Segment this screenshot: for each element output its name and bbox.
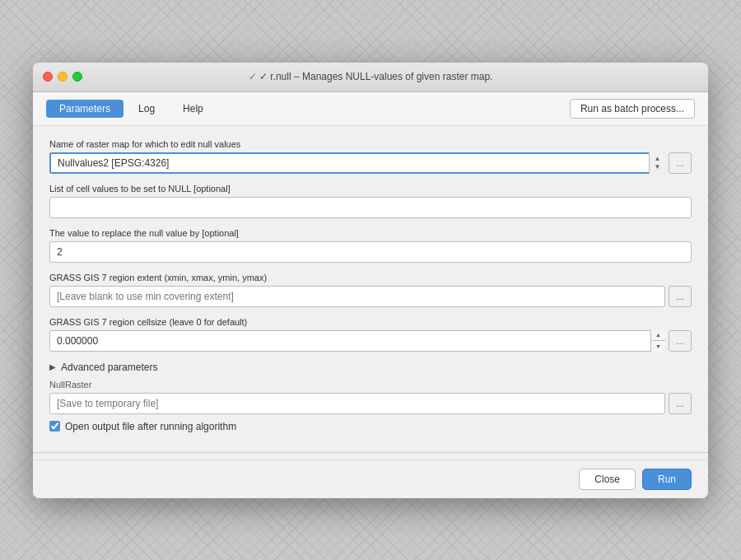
region-extent-input-row: …: [49, 286, 692, 307]
cellsize-increment-button[interactable]: ▲: [651, 330, 665, 342]
cellsize-group: GRASS GIS 7 region cellsize (leave 0 for…: [49, 317, 692, 352]
traffic-lights: [43, 72, 82, 82]
cell-values-input[interactable]: [49, 197, 692, 218]
cellsize-browse-button[interactable]: …: [669, 330, 692, 352]
main-window: ✓ ✓ r.null – Manages NULL-values of give…: [33, 63, 708, 498]
cell-values-label: List of cell values to be set to NULL [o…: [49, 184, 692, 194]
tab-group: Parameters Log Help: [46, 100, 217, 118]
output-section: NullRaster …: [49, 380, 692, 414]
minimize-window-button[interactable]: [58, 72, 68, 82]
output-browse-button[interactable]: …: [669, 393, 692, 414]
cellsize-label: GRASS GIS 7 region cellsize (leave 0 for…: [49, 317, 692, 327]
cell-values-group: List of cell values to be set to NULL [o…: [49, 184, 692, 218]
replace-value-label: The value to replace the null value by […: [49, 228, 692, 238]
advanced-label: Advanced parameters: [61, 362, 157, 373]
cell-values-input-row: [49, 197, 692, 218]
output-input-row: …: [49, 393, 692, 414]
title-icon: ✓: [249, 71, 257, 82]
title-label: ✓ r.null – Manages NULL-values of given …: [259, 71, 492, 82]
output-input[interactable]: [49, 393, 665, 414]
toolbar: Parameters Log Help Run as batch process…: [33, 92, 708, 126]
cellsize-spinner-buttons: ▲ ▼: [650, 330, 665, 352]
close-button[interactable]: Close: [579, 469, 636, 490]
window-title: ✓ ✓ r.null – Manages NULL-values of give…: [249, 71, 493, 82]
tab-log[interactable]: Log: [125, 100, 168, 118]
open-output-label: Open output file after running algorithm: [65, 421, 236, 432]
region-extent-label: GRASS GIS 7 region extent (xmin, xmax, y…: [49, 273, 692, 282]
run-button[interactable]: Run: [642, 469, 692, 490]
raster-map-group: Name of raster map for which to edit nul…: [49, 139, 692, 174]
raster-map-input-row: Nullvalues2 [EPSG:4326] ▲ ▼ …: [49, 152, 692, 174]
raster-browse-button[interactable]: …: [669, 152, 692, 174]
advanced-parameters-row[interactable]: ▶ Advanced parameters: [49, 362, 692, 373]
tab-parameters[interactable]: Parameters: [46, 100, 124, 118]
cellsize-decrement-button[interactable]: ▼: [651, 341, 665, 352]
open-output-row: Open output file after running algorithm: [49, 421, 692, 432]
raster-select-wrapper: Nullvalues2 [EPSG:4326] ▲ ▼: [49, 152, 665, 174]
region-browse-button[interactable]: …: [669, 286, 692, 307]
replace-value-input[interactable]: [49, 241, 692, 263]
maximize-window-button[interactable]: [72, 72, 82, 82]
form-content: Name of raster map for which to edit nul…: [33, 126, 708, 446]
replace-value-group: The value to replace the null value by […: [49, 228, 692, 263]
title-bar: ✓ ✓ r.null – Manages NULL-values of give…: [33, 63, 708, 92]
output-label: NullRaster: [49, 380, 692, 390]
tab-help[interactable]: Help: [170, 100, 217, 118]
raster-map-label: Name of raster map for which to edit nul…: [49, 139, 692, 149]
cellsize-spinner-wrapper: ▲ ▼: [49, 330, 665, 352]
footer: Close Run: [33, 460, 708, 498]
select-arrows: ▲ ▼: [649, 152, 665, 174]
open-output-checkbox[interactable]: [49, 421, 60, 432]
raster-map-select[interactable]: Nullvalues2 [EPSG:4326]: [49, 152, 665, 174]
triangle-icon: ▶: [49, 362, 56, 371]
footer-separator: [33, 452, 708, 453]
cellsize-input-row: ▲ ▼ …: [49, 330, 692, 352]
region-extent-input[interactable]: [49, 286, 665, 307]
batch-process-button[interactable]: Run as batch process...: [570, 99, 695, 119]
region-extent-group: GRASS GIS 7 region extent (xmin, xmax, y…: [49, 273, 692, 307]
close-window-button[interactable]: [43, 72, 53, 82]
replace-value-input-row: [49, 241, 692, 263]
cellsize-input[interactable]: [49, 330, 665, 352]
